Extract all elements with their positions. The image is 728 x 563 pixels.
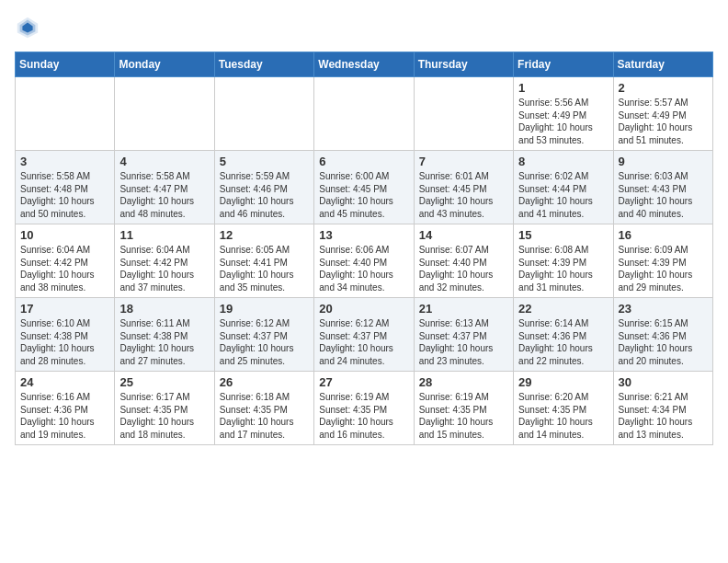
day-number: 11 — [119, 228, 209, 242]
day-info: Sunrise: 6:04 AM Sunset: 4:42 PM Dayligh… — [20, 244, 109, 293]
calendar-cell: 10Sunrise: 6:04 AM Sunset: 4:42 PM Dayli… — [16, 224, 115, 298]
calendar-cell — [115, 77, 214, 151]
calendar-cell: 6Sunrise: 6:00 AM Sunset: 4:45 PM Daylig… — [314, 151, 414, 224]
day-number: 12 — [220, 228, 309, 242]
calendar-cell: 23Sunrise: 6:15 AM Sunset: 4:36 PM Dayli… — [613, 298, 712, 372]
day-number: 5 — [220, 155, 309, 168]
day-info: Sunrise: 6:18 AM Sunset: 4:35 PM Dayligh… — [220, 391, 309, 441]
calendar-cell: 17Sunrise: 6:10 AM Sunset: 4:38 PM Dayli… — [16, 298, 115, 372]
day-number: 29 — [518, 375, 608, 389]
day-info: Sunrise: 6:07 AM Sunset: 4:40 PM Dayligh… — [419, 244, 508, 293]
day-number: 26 — [220, 375, 309, 389]
calendar-cell: 8Sunrise: 6:02 AM Sunset: 4:44 PM Daylig… — [514, 151, 613, 224]
day-info: Sunrise: 6:19 AM Sunset: 4:35 PM Dayligh… — [419, 391, 508, 441]
day-number: 17 — [20, 302, 109, 316]
calendar-cell: 4Sunrise: 5:58 AM Sunset: 4:47 PM Daylig… — [115, 151, 214, 224]
calendar-cell: 30Sunrise: 6:21 AM Sunset: 4:34 PM Dayli… — [613, 372, 712, 445]
weekday-header-row: SundayMondayTuesdayWednesdayThursdayFrid… — [16, 52, 713, 77]
day-number: 2 — [619, 81, 708, 95]
calendar-cell: 19Sunrise: 6:12 AM Sunset: 4:37 PM Dayli… — [214, 298, 313, 372]
calendar-cell: 11Sunrise: 6:04 AM Sunset: 4:42 PM Dayli… — [115, 224, 214, 298]
calendar-cell: 27Sunrise: 6:19 AM Sunset: 4:35 PM Dayli… — [314, 372, 414, 445]
calendar-cell: 28Sunrise: 6:19 AM Sunset: 4:35 PM Dayli… — [414, 372, 513, 445]
day-info: Sunrise: 6:19 AM Sunset: 4:35 PM Dayligh… — [319, 391, 408, 441]
day-number: 20 — [319, 302, 408, 316]
calendar-cell — [414, 77, 513, 151]
day-info: Sunrise: 6:21 AM Sunset: 4:34 PM Dayligh… — [619, 391, 708, 441]
day-number: 30 — [619, 375, 708, 389]
day-number: 23 — [619, 302, 708, 316]
calendar-week-row: 17Sunrise: 6:10 AM Sunset: 4:38 PM Dayli… — [16, 298, 713, 372]
calendar-cell: 7Sunrise: 6:01 AM Sunset: 4:45 PM Daylig… — [414, 151, 513, 224]
calendar-cell: 29Sunrise: 6:20 AM Sunset: 4:35 PM Dayli… — [514, 372, 613, 445]
day-info: Sunrise: 6:12 AM Sunset: 4:37 PM Dayligh… — [220, 317, 309, 367]
day-number: 18 — [119, 302, 209, 316]
day-info: Sunrise: 6:17 AM Sunset: 4:35 PM Dayligh… — [119, 391, 209, 441]
calendar-cell: 24Sunrise: 6:16 AM Sunset: 4:36 PM Dayli… — [16, 372, 115, 445]
day-number: 4 — [119, 155, 209, 168]
day-info: Sunrise: 6:06 AM Sunset: 4:40 PM Dayligh… — [319, 244, 408, 293]
calendar-cell: 13Sunrise: 6:06 AM Sunset: 4:40 PM Dayli… — [314, 224, 414, 298]
day-info: Sunrise: 5:58 AM Sunset: 4:48 PM Dayligh… — [20, 170, 109, 220]
weekday-header: Thursday — [414, 52, 513, 77]
calendar-cell — [214, 77, 313, 151]
weekday-header: Sunday — [16, 52, 115, 77]
calendar-cell: 9Sunrise: 6:03 AM Sunset: 4:43 PM Daylig… — [613, 151, 712, 224]
day-info: Sunrise: 6:04 AM Sunset: 4:42 PM Dayligh… — [119, 244, 209, 293]
calendar-week-row: 1Sunrise: 5:56 AM Sunset: 4:49 PM Daylig… — [16, 77, 713, 151]
day-number: 21 — [419, 302, 508, 316]
day-number: 10 — [20, 228, 109, 242]
calendar-cell: 15Sunrise: 6:08 AM Sunset: 4:39 PM Dayli… — [514, 224, 613, 298]
calendar-cell: 12Sunrise: 6:05 AM Sunset: 4:41 PM Dayli… — [214, 224, 313, 298]
calendar-table: SundayMondayTuesdayWednesdayThursdayFrid… — [15, 52, 713, 445]
day-number: 8 — [518, 155, 608, 168]
day-info: Sunrise: 6:12 AM Sunset: 4:37 PM Dayligh… — [319, 317, 408, 367]
day-number: 28 — [419, 375, 508, 389]
calendar-cell: 20Sunrise: 6:12 AM Sunset: 4:37 PM Dayli… — [314, 298, 414, 372]
day-number: 7 — [419, 155, 508, 168]
calendar-cell: 3Sunrise: 5:58 AM Sunset: 4:48 PM Daylig… — [16, 151, 115, 224]
day-info: Sunrise: 6:01 AM Sunset: 4:45 PM Dayligh… — [419, 170, 508, 220]
day-info: Sunrise: 6:11 AM Sunset: 4:38 PM Dayligh… — [119, 317, 209, 367]
weekday-header: Wednesday — [314, 52, 414, 77]
calendar-cell: 5Sunrise: 5:59 AM Sunset: 4:46 PM Daylig… — [214, 151, 313, 224]
day-info: Sunrise: 6:16 AM Sunset: 4:36 PM Dayligh… — [20, 391, 109, 441]
calendar-cell — [314, 77, 414, 151]
day-number: 15 — [518, 228, 608, 242]
calendar-cell: 26Sunrise: 6:18 AM Sunset: 4:35 PM Dayli… — [214, 372, 313, 445]
calendar-cell: 21Sunrise: 6:13 AM Sunset: 4:37 PM Dayli… — [414, 298, 513, 372]
day-number: 25 — [119, 375, 209, 389]
day-number: 16 — [619, 228, 708, 242]
weekday-header: Saturday — [613, 52, 712, 77]
day-info: Sunrise: 5:59 AM Sunset: 4:46 PM Dayligh… — [220, 170, 309, 220]
calendar-cell: 1Sunrise: 5:56 AM Sunset: 4:49 PM Daylig… — [514, 77, 613, 151]
calendar-cell — [16, 77, 115, 151]
day-info: Sunrise: 6:00 AM Sunset: 4:45 PM Dayligh… — [319, 170, 408, 220]
day-info: Sunrise: 5:58 AM Sunset: 4:47 PM Dayligh… — [119, 170, 209, 220]
day-info: Sunrise: 6:20 AM Sunset: 4:35 PM Dayligh… — [518, 391, 608, 441]
logo-icon — [15, 15, 40, 40]
day-number: 24 — [20, 375, 109, 389]
logo — [15, 15, 44, 40]
day-number: 13 — [319, 228, 408, 242]
calendar-week-row: 24Sunrise: 6:16 AM Sunset: 4:36 PM Dayli… — [16, 372, 713, 445]
day-info: Sunrise: 6:02 AM Sunset: 4:44 PM Dayligh… — [518, 170, 608, 220]
day-info: Sunrise: 6:13 AM Sunset: 4:37 PM Dayligh… — [419, 317, 508, 367]
day-number: 6 — [319, 155, 408, 168]
day-info: Sunrise: 5:57 AM Sunset: 4:49 PM Dayligh… — [619, 97, 708, 146]
day-info: Sunrise: 6:09 AM Sunset: 4:39 PM Dayligh… — [619, 244, 708, 293]
weekday-header: Tuesday — [214, 52, 313, 77]
day-info: Sunrise: 6:08 AM Sunset: 4:39 PM Dayligh… — [518, 244, 608, 293]
day-number: 27 — [319, 375, 408, 389]
day-info: Sunrise: 6:14 AM Sunset: 4:36 PM Dayligh… — [518, 317, 608, 367]
calendar-cell: 14Sunrise: 6:07 AM Sunset: 4:40 PM Dayli… — [414, 224, 513, 298]
day-info: Sunrise: 6:10 AM Sunset: 4:38 PM Dayligh… — [20, 317, 109, 367]
page-header — [15, 15, 713, 40]
weekday-header: Friday — [514, 52, 613, 77]
day-number: 1 — [518, 81, 608, 95]
calendar-cell: 16Sunrise: 6:09 AM Sunset: 4:39 PM Dayli… — [613, 224, 712, 298]
day-number: 9 — [619, 155, 708, 168]
day-info: Sunrise: 6:15 AM Sunset: 4:36 PM Dayligh… — [619, 317, 708, 367]
day-number: 22 — [518, 302, 608, 316]
calendar-cell: 25Sunrise: 6:17 AM Sunset: 4:35 PM Dayli… — [115, 372, 214, 445]
